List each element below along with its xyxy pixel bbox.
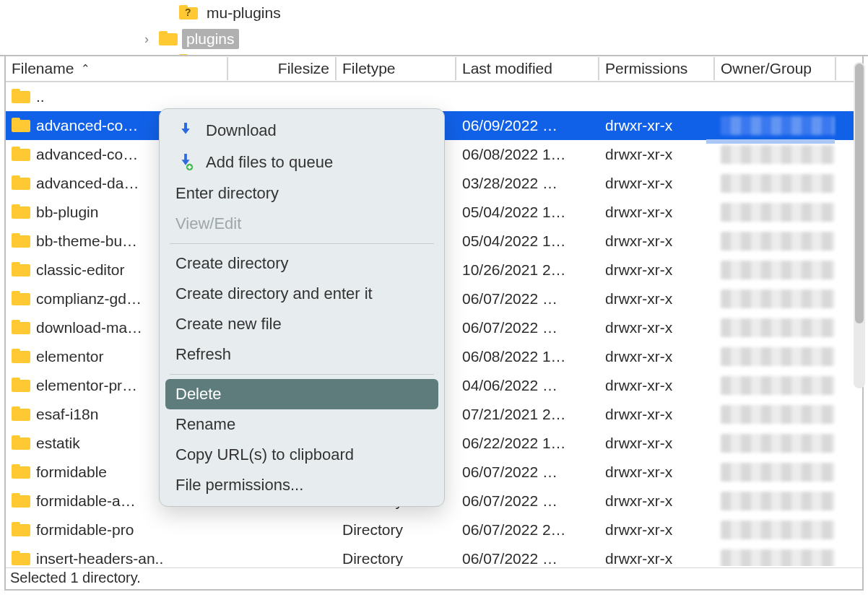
folder-icon — [12, 204, 30, 220]
file-name: complianz-gd… — [36, 290, 142, 308]
status-bar: Selected 1 directory. — [6, 567, 862, 589]
column-headers: Filename ⌃ Filesize Filetype Last modifi… — [6, 56, 862, 82]
file-name: bb-plugin — [36, 204, 98, 221]
tree-expander[interactable]: › — [139, 32, 155, 47]
file-date: 06/07/2022 … — [456, 287, 599, 310]
file-date: 05/04/2022 1… — [456, 201, 599, 224]
file-date: 03/28/2022 … — [456, 172, 599, 195]
folder-icon — [12, 147, 30, 162]
column-header-ownergroup[interactable]: Owner/Group — [715, 57, 836, 80]
file-date: 06/08/2022 1… — [456, 345, 599, 368]
folder-icon — [12, 175, 30, 191]
menu-item-label: Enter directory — [175, 184, 279, 203]
file-date: 07/21/2021 2… — [456, 403, 599, 426]
menu-item-create-new-file[interactable]: Create new file — [160, 309, 444, 339]
scrollbar-thumb[interactable] — [855, 64, 864, 323]
tree-item-label: mu-plugins — [202, 3, 285, 23]
menu-item-label: Create directory and enter it — [175, 284, 373, 303]
folder-icon — [12, 406, 30, 422]
parent-directory-label: .. — [36, 88, 45, 105]
menu-item-refresh[interactable]: Refresh — [160, 339, 444, 370]
folder-icon — [12, 233, 30, 249]
menu-item-label: View/Edit — [175, 214, 241, 233]
file-name: esaf-i18n — [36, 406, 98, 423]
owner-group-redacted — [721, 174, 835, 193]
file-date: 06/07/2022 … — [456, 489, 599, 513]
file-name: bb-theme-bu… — [36, 232, 137, 250]
menu-item-rename[interactable]: Rename — [160, 409, 444, 440]
tree-item[interactable]: ? mu-plugins — [159, 0, 868, 26]
file-permissions: drwxr-xr-x — [599, 230, 715, 253]
owner-group-redacted — [721, 347, 835, 366]
column-header-filesize[interactable]: Filesize — [228, 57, 337, 80]
owner-group-redacted — [721, 434, 835, 453]
menu-item-label: Delete — [175, 385, 222, 404]
menu-item-create-directory[interactable]: Create directory — [160, 248, 444, 279]
table-row[interactable]: insert-headers-an..Directory06/07/2022 …… — [6, 544, 862, 566]
file-date: 06/07/2022 … — [456, 461, 599, 484]
file-date: 06/09/2022 … — [456, 114, 599, 137]
menu-item-delete[interactable]: Delete — [165, 379, 438, 409]
menu-item-copy-url[interactable]: Copy URL(s) to clipboard — [160, 440, 444, 470]
file-permissions: drwxr-xr-x — [599, 432, 715, 455]
file-name: formidable — [36, 463, 107, 481]
file-permissions: drwxr-xr-x — [599, 403, 715, 426]
folder-icon — [12, 522, 30, 538]
owner-group-redacted — [721, 549, 835, 566]
menu-item-create-directory-enter[interactable]: Create directory and enter it — [160, 279, 444, 309]
tree-item[interactable]: › plugins — [139, 26, 868, 52]
file-date: 06/08/2022 1… — [456, 143, 599, 166]
file-date: 10/26/2021 2… — [456, 258, 599, 282]
file-type: Directory — [337, 518, 456, 541]
file-date: 06/22/2022 1… — [456, 432, 599, 455]
file-permissions: drwxr-xr-x — [599, 461, 715, 484]
vertical-scrollbar[interactable] — [854, 62, 865, 388]
tree-item-label: plugins — [182, 29, 239, 49]
file-name: classic-editor — [36, 261, 125, 279]
menu-item-label: Refresh — [175, 345, 231, 364]
owner-group-redacted — [721, 405, 835, 424]
folder-icon — [12, 493, 30, 509]
menu-item-add-to-queue[interactable]: Add files to queue — [160, 147, 444, 178]
owner-group-redacted — [721, 318, 835, 337]
owner-group-redacted — [721, 145, 835, 164]
column-header-lastmodified[interactable]: Last modified — [456, 57, 599, 80]
owner-group-redacted — [721, 463, 835, 482]
owner-group-redacted — [721, 261, 835, 279]
sort-indicator-icon: ⌃ — [81, 62, 90, 75]
owner-group-redacted — [721, 492, 835, 510]
file-type: Directory — [337, 547, 456, 566]
status-text: Selected 1 directory. — [10, 570, 141, 586]
file-permissions: drwxr-xr-x — [599, 518, 715, 541]
column-header-label: Filename — [12, 60, 74, 77]
folder-icon — [12, 378, 30, 393]
menu-item-label: Copy URL(s) to clipboard — [175, 445, 354, 464]
menu-item-enter-directory[interactable]: Enter directory — [160, 178, 444, 209]
folder-icon — [12, 435, 30, 451]
file-name: formidable-pro — [36, 521, 134, 539]
menu-item-download[interactable]: Download — [160, 115, 444, 147]
menu-item-label: Rename — [175, 415, 235, 434]
column-header-filetype[interactable]: Filetype — [337, 57, 456, 80]
folder-icon: ? — [179, 5, 198, 21]
menu-item-label: Add files to queue — [206, 153, 333, 172]
parent-directory-row[interactable]: .. — [6, 82, 862, 111]
file-date: 06/07/2022 2… — [456, 518, 599, 541]
directory-tree[interactable]: ? mu-plugins › plugins ? smush-webp — [0, 0, 868, 56]
folder-icon — [12, 118, 30, 134]
file-permissions: drwxr-xr-x — [599, 287, 715, 310]
tree-item[interactable]: ? smush-webp — [159, 49, 868, 56]
column-header-permissions[interactable]: Permissions — [599, 57, 715, 80]
file-permissions: drwxr-xr-x — [599, 258, 715, 282]
folder-icon — [12, 349, 30, 365]
column-header-filename[interactable]: Filename ⌃ — [6, 57, 228, 80]
file-permissions: drwxr-xr-x — [599, 172, 715, 195]
context-menu: Download Add files to queue Enter direct… — [159, 108, 445, 507]
file-permissions: drwxr-xr-x — [599, 489, 715, 513]
menu-item-file-permissions[interactable]: File permissions... — [160, 470, 444, 500]
file-name: elementor — [36, 348, 103, 365]
selection-underline — [706, 139, 835, 144]
table-row[interactable]: formidable-proDirectory06/07/2022 2…drwx… — [6, 515, 862, 544]
file-permissions: drwxr-xr-x — [599, 547, 715, 566]
folder-icon — [12, 551, 30, 566]
